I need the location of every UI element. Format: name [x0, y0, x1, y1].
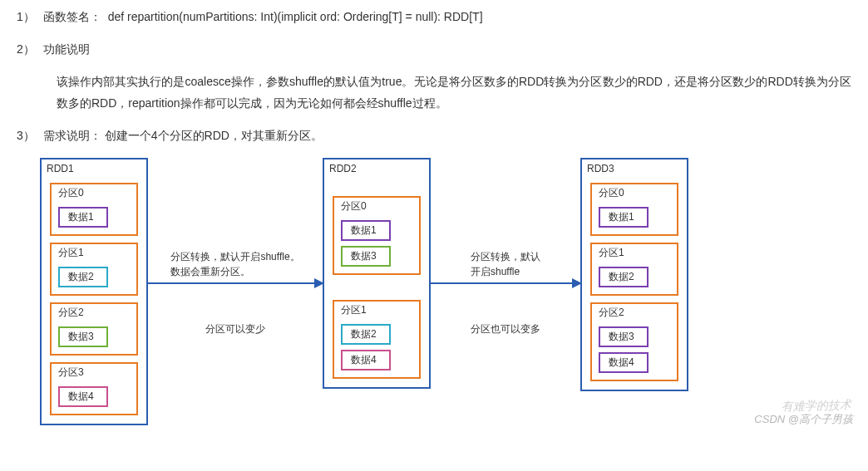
rdd1-title: RDD1 [47, 163, 138, 174]
partition: 分区1数据2 [50, 243, 138, 296]
data-cell: 数据2 [341, 324, 391, 345]
item-2-label: 功能说明 [43, 42, 90, 56]
partition-title: 分区0 [599, 186, 670, 200]
data-cell: 数据4 [599, 352, 649, 373]
connector-2-top: 分区转换，默认 开启shuffle [471, 249, 540, 279]
partition: 分区1数据2数据4 [333, 300, 421, 379]
item-2: 2） 功能说明 [17, 39, 851, 60]
partition-title: 分区1 [341, 303, 412, 317]
partition-title: 分区3 [58, 366, 130, 380]
partition: 分区0数据1数据3 [333, 196, 421, 275]
connector-2-bottom: 分区也可以变多 [471, 322, 540, 336]
rdd2-title: RDD2 [329, 163, 421, 174]
arrow-icon [148, 282, 323, 284]
item-3-num: 3） [17, 125, 40, 146]
diagram: RDD1 分区0数据1分区1数据2分区2数据3分区3数据4 分区转换，默认开启s… [17, 158, 851, 425]
data-cell: 数据4 [341, 350, 391, 370]
connector-2: 分区转换，默认 开启shuffle 分区也可以变多 [431, 158, 580, 336]
item-3-desc: 创建一个4个分区的RDD，对其重新分区。 [105, 129, 323, 142]
data-cell: 数据1 [58, 207, 108, 228]
rdd2-box: RDD2 分区0数据1数据3分区1数据2数据4 [323, 158, 431, 389]
data-cell: 数据3 [599, 326, 649, 347]
data-cell: 数据4 [58, 386, 108, 407]
item-1-label: 函数签名： [43, 10, 101, 23]
connector-1: 分区转换，默认开启shuffle。 数据会重新分区。 分区可以变少 [148, 158, 323, 336]
partition: 分区1数据2 [590, 243, 678, 296]
item-1-num: 1） [17, 7, 40, 27]
data-cell: 数据2 [599, 267, 649, 287]
partition-title: 分区1 [599, 246, 670, 260]
data-cell: 数据3 [58, 326, 108, 347]
item-1: 1） 函数签名： def repartition(numPartitions: … [17, 7, 851, 27]
item-3: 3） 需求说明： 创建一个4个分区的RDD，对其重新分区。 [17, 125, 851, 146]
partition: 分区0数据1 [50, 183, 138, 236]
item-1-code: def repartition(numPartitions: Int)(impl… [108, 10, 483, 23]
rdd3-title: RDD3 [587, 163, 678, 174]
partition-title: 分区2 [599, 306, 670, 320]
connector-1-bottom: 分区可以变少 [205, 322, 265, 336]
data-cell: 数据1 [341, 220, 391, 241]
data-cell: 数据3 [341, 246, 391, 267]
partition-title: 分区0 [341, 199, 412, 213]
partition: 分区3数据4 [50, 362, 138, 415]
partition: 分区2数据3 [50, 302, 138, 356]
item-2-num: 2） [17, 39, 40, 60]
data-cell: 数据1 [599, 207, 649, 228]
data-cell: 数据2 [58, 267, 108, 287]
item-3-label: 需求说明： [43, 129, 101, 142]
item-2-desc: 该操作内部其实执行的是coalesce操作，参数shuffle的默认值为true… [17, 71, 851, 113]
partition-title: 分区0 [58, 186, 130, 200]
partition-title: 分区1 [58, 246, 130, 260]
rdd3-box: RDD3 分区0数据1分区1数据2分区2数据3数据4 [580, 158, 688, 391]
partition-title: 分区2 [58, 306, 130, 320]
partition: 分区0数据1 [590, 183, 678, 236]
rdd1-box: RDD1 分区0数据1分区1数据2分区2数据3分区3数据4 [40, 158, 148, 425]
arrow-icon [431, 282, 580, 284]
partition: 分区2数据3数据4 [590, 302, 678, 381]
connector-1-top: 分区转换，默认开启shuffle。 数据会重新分区。 [170, 249, 299, 279]
